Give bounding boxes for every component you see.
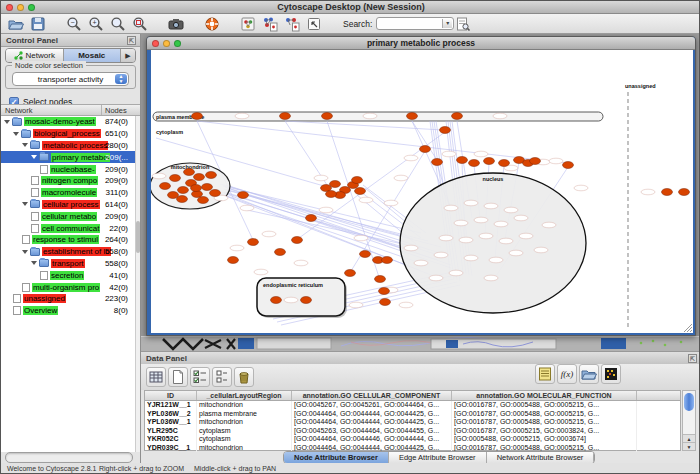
delete-attribute-icon[interactable] — [234, 367, 254, 387]
network-node[interactable] — [191, 185, 202, 192]
network-node[interactable] — [499, 160, 510, 167]
table-cell[interactable]: [GO:0016787, GO:0005488, GO:0005215, G..… — [452, 401, 637, 410]
background-window-strip[interactable] — [141, 336, 700, 351]
network-node[interactable] — [206, 172, 217, 179]
table-row[interactable]: YLR295Ccytoplasm[GO:0045263, GO:0044464,… — [145, 427, 680, 436]
resize-grip-icon[interactable] — [684, 324, 692, 332]
network-node[interactable] — [275, 249, 286, 256]
search-dropdown-icon[interactable]: ▾ — [442, 19, 452, 28]
tree-row-establishment-of-lo[interactable]: establishment of lo558(0) — [1, 246, 135, 258]
tree-row-cellular-metabo[interactable]: cellular metabo209(0) — [1, 210, 135, 222]
network-node[interactable] — [330, 181, 341, 188]
disclosure-triangle-icon[interactable] — [13, 132, 19, 136]
tab-network-attribute-browser[interactable]: Network Attribute Browser — [487, 452, 595, 463]
network-node[interactable] — [375, 276, 386, 283]
network-node[interactable] — [301, 297, 312, 304]
tree-scrollbar[interactable] — [135, 116, 140, 452]
table-scrollbar[interactable]: ▲ ▼ — [682, 390, 696, 451]
network-node[interactable] — [238, 192, 249, 199]
table-cell[interactable]: cytoplasm — [197, 435, 292, 444]
scroll-down-icon[interactable]: ▼ — [683, 442, 695, 450]
tree-row-cellular-process[interactable]: cellular process614(0) — [1, 199, 135, 211]
search-input[interactable]: ▾ — [376, 17, 454, 30]
table-cell[interactable]: [GO:0044464, GO:0044444, GO:0044425, G..… — [292, 418, 452, 427]
table-cell[interactable]: [GO:0044464, GO:0044444, GO:0044425, G..… — [292, 410, 452, 419]
table-cell[interactable]: [GO:0005488, GO:0005215, GO:0003674] — [452, 435, 637, 444]
network-node[interactable] — [228, 257, 239, 264]
table-cell[interactable]: [GO:0016787, GO:0005215, GO:0003824, G..… — [452, 427, 637, 436]
function-builder-icon[interactable]: f(x) — [557, 364, 577, 384]
search-config-icon[interactable] — [454, 15, 472, 33]
table-cell[interactable]: mitochondrion — [197, 418, 292, 427]
tree-header-network[interactable]: Network — [1, 105, 102, 115]
network-node[interactable] — [662, 189, 673, 196]
network-node[interactable] — [457, 157, 468, 164]
table-cell[interactable]: mitochondrion — [197, 444, 292, 453]
hide-selected-edges-icon[interactable] — [283, 15, 301, 33]
column-header-1[interactable]: _cellularLayoutRegion — [197, 391, 292, 400]
network-view-zoom-icon[interactable] — [174, 40, 181, 47]
network-canvas[interactable]: plasma membranecytoplasmmitochondrionnuc… — [151, 50, 693, 333]
table-scrollbar-thumb[interactable] — [684, 393, 694, 411]
network-node[interactable] — [326, 191, 337, 198]
zoom-out-icon[interactable]: − — [65, 15, 83, 33]
float-data-panel-icon[interactable]: ⇱ — [688, 354, 697, 363]
table-cell[interactable]: YPL036W__1 — [145, 418, 197, 427]
network-node[interactable] — [345, 270, 356, 277]
attribute-editor-icon[interactable] — [535, 364, 555, 384]
network-node[interactable] — [382, 257, 393, 264]
network-node[interactable] — [168, 192, 179, 199]
snapshot-icon[interactable] — [167, 15, 185, 33]
new-attribute-icon[interactable] — [168, 367, 188, 387]
network-node[interactable] — [271, 297, 282, 304]
network-view-minimize-icon[interactable] — [163, 40, 170, 47]
tree-row-multi-organism-pro[interactable]: multi-organism pro42(0) — [1, 281, 135, 293]
save-icon[interactable] — [29, 15, 47, 33]
tree-row-mosaic-demo-yeast[interactable]: mosaic-demo-yeast874(0) — [1, 116, 135, 128]
table-cell[interactable]: YJR121W__1 — [145, 401, 197, 410]
network-node[interactable] — [530, 158, 541, 165]
network-node[interactable] — [484, 158, 495, 165]
tree-row-transport[interactable]: transport558(0) — [1, 258, 135, 270]
table-cell[interactable]: mitochondrion — [197, 401, 292, 410]
tree-row-unassigned[interactable]: unassigned223(0) — [1, 293, 135, 305]
network-node[interactable] — [160, 183, 171, 190]
network-node[interactable] — [210, 190, 221, 197]
network-node[interactable] — [379, 288, 390, 295]
network-node[interactable] — [432, 159, 443, 166]
table-cell[interactable]: [GO:0016787, GO:0005488, GO:0005215, G..… — [452, 418, 637, 427]
table-cell[interactable]: [GO:0016787, GO:0005488, GO:0005215, G..… — [452, 410, 637, 419]
table-row[interactable]: YKR052Ccytoplasm[GO:0044464, GO:0044446,… — [145, 435, 680, 444]
network-node[interactable] — [420, 146, 431, 153]
minimize-window-icon[interactable] — [17, 4, 24, 11]
network-node[interactable] — [440, 127, 451, 134]
network-view-titlebar[interactable]: primary metabolic process — [147, 37, 695, 50]
tree-row-primary-metabol[interactable]: primary metabol209(... — [1, 151, 135, 163]
open-icon[interactable] — [7, 15, 25, 33]
scroll-up-icon[interactable]: ▲ — [683, 434, 695, 442]
network-node[interactable] — [355, 188, 366, 195]
node-color-dropdown[interactable]: transporter activity ▲▼ — [12, 72, 129, 86]
disclosure-triangle-icon[interactable] — [31, 155, 37, 159]
disclosure-triangle-icon[interactable] — [4, 120, 10, 124]
table-row[interactable]: YPL036W__2plasma membrane[GO:0044464, GO… — [145, 410, 680, 419]
vizmapper-icon[interactable] — [239, 15, 257, 33]
import-attributes-icon[interactable] — [579, 364, 599, 384]
column-header-2[interactable]: annotation.GO CELLULAR_COMPONENT — [292, 391, 452, 400]
tree-row-nucleobase-[interactable]: nucleobase-209(0) — [1, 163, 135, 175]
table-cell[interactable]: [GO:0045263, GO:0044464, GO:0044455, G..… — [292, 427, 452, 436]
annotation-icon[interactable] — [305, 15, 323, 33]
column-header-3[interactable]: annotation.GO MOLECULAR_FUNCTION — [452, 391, 637, 400]
disclosure-triangle-icon[interactable] — [22, 143, 28, 147]
tree-row-secretion[interactable]: secretion41(0) — [1, 269, 135, 281]
network-node[interactable] — [198, 197, 209, 204]
network-node[interactable] — [170, 175, 181, 182]
tree-row-nitrogen-compo[interactable]: nitrogen compo209(0) — [1, 175, 135, 187]
table-cell[interactable]: YLR295C — [145, 427, 197, 436]
zoom-selected-icon[interactable] — [131, 15, 149, 33]
hide-selected-nodes-icon[interactable] — [261, 15, 279, 33]
network-node[interactable] — [679, 189, 690, 196]
network-node[interactable] — [563, 162, 574, 169]
table-row[interactable]: YPL036W__1mitochondrion[GO:0044464, GO:0… — [145, 418, 680, 427]
network-node[interactable] — [360, 251, 371, 258]
